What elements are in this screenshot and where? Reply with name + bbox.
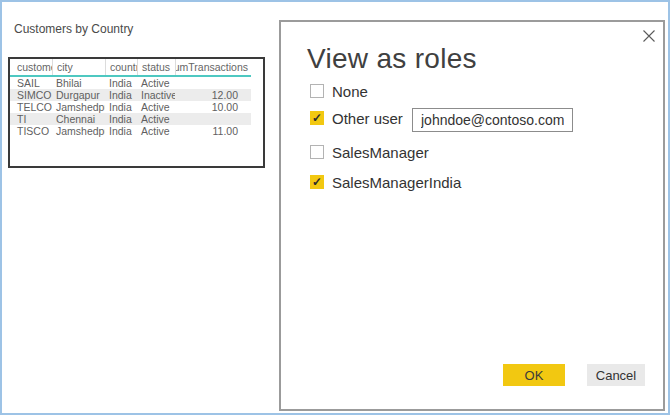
column-header-status[interactable]: status: [137, 59, 175, 75]
table-cell-status: Active: [137, 125, 175, 137]
role-option-none[interactable]: None: [310, 83, 368, 99]
table-cell-numtransactions: [175, 77, 251, 89]
ok-button[interactable]: OK: [503, 364, 565, 386]
option-label[interactable]: SalesManagerIndia: [332, 174, 461, 191]
view-as-roles-dialog: View as roles None Other user SalesManag…: [279, 20, 665, 411]
table-cell-city: Jamshedpur: [52, 101, 105, 113]
table-row[interactable]: SIMCO Durgapur India Inactive 12.00: [10, 89, 251, 101]
option-label[interactable]: None: [332, 83, 368, 100]
table-cell-customer: SIMCO: [10, 89, 52, 101]
table-cell-status: Inactive: [137, 89, 175, 101]
close-icon: [642, 29, 656, 43]
column-header-city[interactable]: city: [52, 59, 105, 75]
dialog-title: View as roles: [307, 43, 477, 75]
role-option-salesmanager[interactable]: SalesManager: [310, 144, 429, 160]
table-cell-country: India: [105, 125, 137, 137]
table-body: SAIL Bhilai India Active SIMCO Durgapur …: [10, 77, 263, 137]
role-option-salesmanagerindia[interactable]: SalesManagerIndia: [310, 174, 461, 190]
table-row[interactable]: TELCO Jamshedpur India Active 10.00: [10, 101, 251, 113]
table-cell-status: Active: [137, 77, 175, 89]
table-cell-city: Bhilai: [52, 77, 105, 89]
table-cell-status: Active: [137, 113, 175, 125]
table-row[interactable]: SAIL Bhilai India Active: [10, 77, 251, 89]
column-header-customer[interactable]: customer: [10, 59, 52, 75]
table-cell-numtransactions: 12.00: [175, 89, 251, 101]
table-visual[interactable]: customer city country status NumTransact…: [8, 57, 265, 168]
report-window: Customers by Country customer city count…: [0, 0, 670, 415]
cancel-button[interactable]: Cancel: [587, 364, 645, 386]
option-label[interactable]: Other user: [332, 110, 403, 127]
visual-title: Customers by Country: [14, 22, 133, 36]
other-user-checkbox[interactable]: [310, 111, 324, 125]
table-cell-customer: SAIL: [10, 77, 52, 89]
table-cell-customer: TELCO: [10, 101, 52, 113]
table-row[interactable]: TI Chennai India Active: [10, 113, 251, 125]
column-header-numtransactions[interactable]: NumTransactions: [175, 59, 251, 75]
table-cell-status: Active: [137, 101, 175, 113]
table-cell-numtransactions: [175, 113, 251, 125]
salesmanagerindia-checkbox[interactable]: [310, 175, 324, 189]
table-cell-city: Chennai: [52, 113, 105, 125]
option-label[interactable]: SalesManager: [332, 144, 429, 161]
other-user-input[interactable]: [412, 108, 573, 132]
table-cell-city: Jamshedpur: [52, 125, 105, 137]
role-option-other-user[interactable]: Other user: [310, 110, 403, 126]
table-header-row: customer city country status NumTransact…: [10, 59, 251, 77]
table-cell-customer: TISCO: [10, 125, 52, 137]
table-cell-country: India: [105, 77, 137, 89]
table-cell-customer: TI: [10, 113, 52, 125]
close-button[interactable]: [639, 26, 659, 46]
table-cell-country: India: [105, 113, 137, 125]
column-header-country[interactable]: country: [105, 59, 137, 75]
table-cell-numtransactions: 11.00: [175, 125, 251, 137]
table-row[interactable]: TISCO Jamshedpur India Active 11.00: [10, 125, 251, 137]
none-checkbox[interactable]: [310, 84, 324, 98]
table-cell-city: Durgapur: [52, 89, 105, 101]
salesmanager-checkbox[interactable]: [310, 145, 324, 159]
table-cell-numtransactions: 10.00: [175, 101, 251, 113]
table-cell-country: India: [105, 89, 137, 101]
table-cell-country: India: [105, 101, 137, 113]
